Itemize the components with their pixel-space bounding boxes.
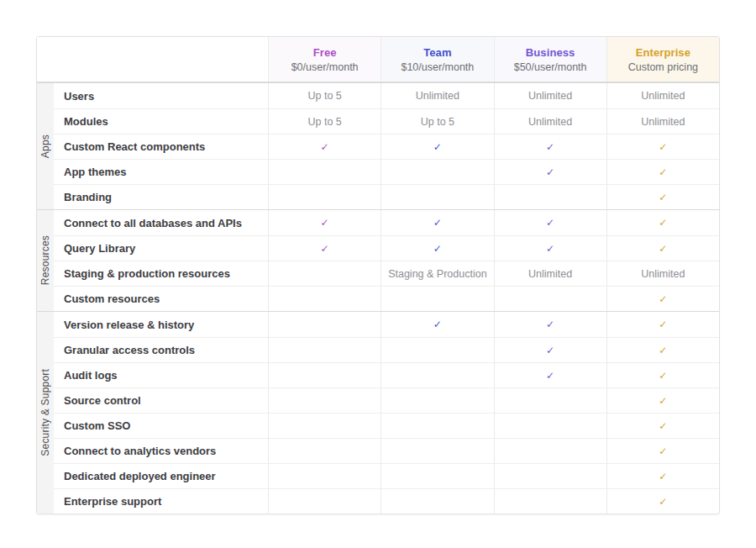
plan-cell-free: [268, 159, 381, 184]
plan-cell-enterprise: ✓: [606, 134, 719, 159]
feature-label: Source control: [54, 387, 268, 413]
plan-cell-free: [268, 488, 381, 514]
feature-label: Version release & history: [54, 312, 268, 337]
plan-cell-team: ✓: [381, 134, 493, 159]
plan-value-text: Up to 5: [307, 90, 341, 102]
checkmark-icon: ✓: [433, 218, 442, 228]
group-label-gutter: Apps: [37, 83, 54, 209]
plan-value-text: Staging & Production: [388, 268, 486, 280]
plan-cell-enterprise: ✓: [606, 413, 719, 438]
feature-label: Custom SSO: [54, 413, 268, 438]
plan-cell-business: [494, 286, 606, 311]
plan-value-text: Unlimited: [416, 90, 459, 102]
plan-value-text: Unlimited: [641, 116, 685, 128]
checkmark-icon: ✓: [433, 319, 442, 329]
plan-cell-enterprise: ✓: [606, 438, 719, 463]
plan-cell-free: [268, 337, 381, 362]
plan-cell-business: [494, 438, 606, 463]
plan-cell-free: [268, 438, 381, 463]
checkmark-icon: ✓: [659, 192, 667, 203]
plan-value-text: Unlimited: [528, 116, 572, 128]
plan-name: Business: [526, 46, 575, 59]
plan-cell-business: Unlimited: [494, 83, 606, 108]
checkmark-icon: ✓: [659, 319, 667, 329]
checkmark-icon: ✓: [321, 218, 329, 228]
checkmark-icon: ✓: [659, 497, 667, 507]
plan-cell-enterprise: ✓: [606, 184, 719, 209]
plan-header-free: Free$0/user/month: [268, 37, 381, 82]
plan-cell-business: ✓: [494, 312, 606, 337]
feature-group-resources: ResourcesConnect to all databases and AP…: [37, 209, 719, 311]
plan-cell-free: ✓: [268, 134, 381, 159]
plan-cell-team: [381, 362, 493, 387]
checkmark-icon: ✓: [659, 446, 667, 456]
plan-cell-business: ✓: [494, 134, 606, 159]
checkmark-icon: ✓: [659, 167, 667, 177]
plan-cell-team: Staging & Production: [381, 261, 493, 286]
plan-cell-business: [494, 463, 606, 488]
plan-cell-team: [381, 413, 493, 438]
plan-cell-enterprise: ✓: [606, 235, 719, 261]
feature-label: App themes: [54, 159, 268, 184]
plan-header-team: Team$10/user/month: [381, 37, 493, 82]
group-label: Resources: [39, 235, 51, 285]
plan-value-text: Unlimited: [528, 90, 572, 102]
feature-label: Audit logs: [54, 362, 268, 387]
feature-label: Modules: [54, 108, 268, 134]
plan-cell-business: [494, 488, 606, 514]
plan-header-business: Business$50/user/month: [494, 37, 606, 82]
feature-label: Enterprise support: [54, 488, 268, 514]
checkmark-icon: ✓: [546, 345, 554, 356]
plan-cell-team: [381, 286, 493, 311]
plan-name: Enterprise: [636, 46, 690, 59]
checkmark-icon: ✓: [659, 371, 667, 381]
feature-label: Custom React components: [54, 134, 268, 159]
plan-cell-enterprise: ✓: [606, 362, 719, 387]
plan-cell-enterprise: ✓: [606, 312, 719, 337]
plan-cell-team: [381, 337, 493, 362]
plan-cell-business: ✓: [494, 235, 606, 261]
checkmark-icon: ✓: [659, 142, 667, 152]
checkmark-icon: ✓: [546, 167, 554, 177]
plan-cell-business: [494, 413, 606, 438]
checkmark-icon: ✓: [321, 142, 329, 152]
plan-header-row: Free$0/user/monthTeam$10/user/monthBusin…: [37, 37, 719, 82]
checkmark-icon: ✓: [659, 472, 667, 482]
group-label: Security & Support: [39, 369, 51, 456]
checkmark-icon: ✓: [659, 345, 667, 356]
group-label-gutter: Resources: [37, 210, 54, 311]
plan-cell-free: [268, 312, 381, 337]
checkmark-icon: ✓: [659, 396, 667, 406]
group-label: Apps: [39, 134, 51, 158]
header-corner-cell: [37, 37, 268, 82]
plan-cell-team: Unlimited: [381, 83, 493, 108]
group-label-gutter: Security & Support: [37, 312, 54, 514]
plan-cell-business: [494, 184, 606, 209]
checkmark-icon: ✓: [546, 142, 554, 152]
plan-price: $10/user/month: [401, 61, 474, 73]
plan-price: Custom pricing: [628, 61, 698, 73]
feature-group-security-support: Security & SupportVersion release & hist…: [37, 311, 719, 514]
plan-cell-team: [381, 463, 493, 488]
plan-cell-enterprise: Unlimited: [606, 108, 719, 134]
checkmark-icon: ✓: [546, 218, 554, 228]
plan-cell-business: ✓: [494, 362, 606, 387]
plan-cell-enterprise: ✓: [606, 387, 719, 413]
plan-name: Free: [313, 46, 337, 59]
checkmark-icon: ✓: [546, 371, 554, 381]
plan-cell-team: ✓: [381, 210, 493, 235]
plan-cell-business: [494, 387, 606, 413]
checkmark-icon: ✓: [659, 294, 667, 304]
plan-cell-team: [381, 488, 493, 514]
plan-value-text: Up to 5: [307, 116, 341, 128]
plan-cell-free: ✓: [268, 235, 381, 261]
plan-cell-enterprise: ✓: [606, 210, 719, 235]
feature-label: Branding: [54, 184, 268, 209]
plan-cell-business: ✓: [494, 337, 606, 362]
plan-cell-team: ✓: [381, 312, 493, 337]
plan-price: $50/user/month: [514, 61, 587, 73]
plan-cell-team: [381, 184, 493, 209]
plan-cell-team: [381, 159, 493, 184]
plan-cell-free: [268, 387, 381, 413]
plan-cell-business: ✓: [494, 210, 606, 235]
